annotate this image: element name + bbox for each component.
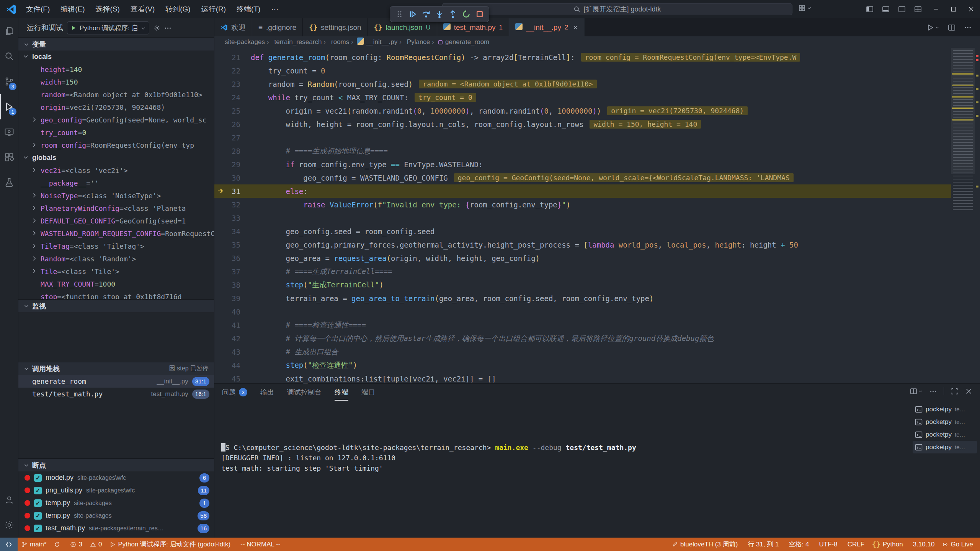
menu-item[interactable]: 转到(G)	[160, 0, 196, 18]
status-item[interactable]: CRLF	[841, 538, 868, 551]
explorer-icon[interactable]	[0, 18, 18, 44]
breakpoint-row[interactable]: ✓ temp.py site-packages 58	[18, 509, 214, 522]
code-line[interactable]: 23 random = Random(room_config.seed) ran…	[214, 77, 951, 91]
terminal-instance[interactable]: pocketpy te…	[913, 416, 977, 428]
code-line[interactable]: 32 raise ValueError(f"Invalid env type: …	[214, 198, 951, 211]
menu-item[interactable]: 终端(T)	[231, 0, 266, 18]
breakpoint-checkbox[interactable]: ✓	[34, 487, 42, 494]
code-line[interactable]: 36 geo_area = request_area(origin, width…	[214, 251, 951, 265]
close-panel-icon[interactable]	[965, 388, 972, 395]
toggle-primary-sidebar-icon[interactable]	[866, 5, 874, 13]
terminal-instance[interactable]: pocketpy te…	[913, 428, 977, 441]
status-item[interactable]: {} Python	[868, 538, 907, 551]
variable-row[interactable]: PlanetaryWindConfig = <class 'Planeta	[18, 202, 214, 215]
breakpoint-row[interactable]: ✓ temp.py site-packages 1	[18, 497, 214, 509]
call-stack-section-header[interactable]: 调用堆栈 因 step 已暂停	[18, 362, 214, 375]
editor-tab[interactable]: {} settings.json	[303, 18, 368, 36]
editor-more-actions-icon[interactable]	[964, 24, 972, 31]
breakpoint-row[interactable]: ✓ test_math.py site-packages\terrain_res…	[18, 522, 214, 535]
code-line[interactable]: 30 geo_config = WASTELAND_GEO_CONFIG geo…	[214, 171, 951, 184]
breakpoint-checkbox[interactable]: ✓	[34, 474, 42, 482]
window-minimize-button[interactable]	[927, 0, 945, 18]
breadcrumb-item[interactable]: __init__.py ›	[357, 37, 402, 47]
customize-layout-icon[interactable]	[914, 5, 922, 13]
code-line[interactable]: 28 # ====生成初始地理信息====	[214, 144, 951, 158]
status-item[interactable]: main*	[18, 538, 50, 551]
status-item[interactable]: UTF-8	[813, 538, 841, 551]
code-line[interactable]: 45 exit_combinations:list[tuple[vec2i, v…	[214, 372, 951, 383]
breadcrumb-item[interactable]: site-packages ›	[223, 38, 269, 46]
breadcrumb-item[interactable]: Pylance ›	[405, 38, 434, 46]
status-item[interactable]: 空格: 4	[783, 538, 813, 551]
variable-row[interactable]: __package__ = ''	[18, 177, 214, 189]
code-line[interactable]: 34 geo_config.seed = room_config.seed	[214, 225, 951, 238]
status-item[interactable]: -- NORMAL --	[234, 538, 284, 551]
panel-tab[interactable]: 问题 3	[222, 384, 247, 401]
panel-more-actions-icon[interactable]	[929, 388, 937, 395]
extensions-icon[interactable]	[0, 145, 18, 170]
code-line[interactable]: 20	[214, 48, 951, 51]
testing-icon[interactable]	[0, 170, 18, 195]
breadcrumb-item[interactable]: generate_room	[438, 38, 489, 46]
split-editor-icon[interactable]	[948, 24, 956, 31]
panel-tab[interactable]: 输出	[260, 384, 274, 401]
run-python-file-icon[interactable]	[926, 24, 939, 31]
variable-row[interactable]: width = 150	[18, 76, 214, 88]
breakpoint-checkbox[interactable]: ✓	[34, 525, 42, 532]
variable-row[interactable]: origin = vec2i(7205730, 9024468)	[18, 101, 214, 114]
toggle-panel-icon[interactable]	[882, 5, 890, 13]
remote-indicator[interactable]	[0, 538, 18, 551]
status-item[interactable]: blueloveTH (3 周前)	[668, 538, 742, 551]
variable-row[interactable]: geo_config = GeoConfig(seed=None, world_…	[18, 114, 214, 126]
code-line[interactable]: 38 step("生成TerrainCell")	[214, 278, 951, 292]
code-line[interactable]: 39 terrain_area = geo_area_to_terrain(ge…	[214, 292, 951, 305]
variable-row[interactable]: random = <Random object at 0x1bf9d01e110…	[18, 88, 214, 101]
code-line[interactable]: 26 width, height = room_config.layout.n_…	[214, 117, 951, 131]
menu-item[interactable]: 编辑(E)	[55, 0, 90, 18]
breakpoint-checkbox[interactable]: ✓	[34, 499, 42, 507]
debug-continue-icon[interactable]	[407, 8, 418, 20]
variable-row[interactable]: Random = <class 'Random'>	[18, 253, 214, 265]
variable-row[interactable]: try_count = 0	[18, 126, 214, 139]
variable-row[interactable]: locals	[18, 51, 214, 63]
debug-restart-icon[interactable]	[461, 8, 472, 20]
status-item[interactable]: Go Live	[938, 538, 977, 551]
status-item[interactable]: 行 31, 列 1	[742, 538, 782, 551]
grid-menu-icon[interactable]	[799, 5, 812, 11]
code-line[interactable]: 25 origin = vec2i(random.randint(0, 1000…	[214, 104, 951, 117]
breakpoint-checkbox[interactable]: ✓	[34, 512, 42, 520]
menu-item[interactable]: 查看(V)	[125, 0, 160, 18]
call-stack-frame[interactable]: test/test_math.py test_math.py 16:1	[18, 388, 214, 400]
maximize-panel-icon[interactable]	[951, 388, 958, 395]
panel-tab[interactable]: 端口	[361, 384, 375, 401]
debug-step-over-icon[interactable]	[421, 8, 431, 20]
close-tab-icon[interactable]	[572, 24, 578, 31]
window-maximize-button[interactable]	[945, 0, 962, 18]
code-line[interactable]: 44 step("检查连通性")	[214, 359, 951, 372]
breadcrumb-item[interactable]: rooms ›	[329, 38, 353, 46]
breadcrumb-item[interactable]: terrain_research ›	[273, 38, 326, 46]
code-line[interactable]: 37 # ====生成TerrainCell====	[214, 265, 951, 278]
code-line[interactable]: 33	[214, 211, 951, 225]
debug-stop-icon[interactable]	[474, 8, 485, 20]
code-line[interactable]: 27	[214, 131, 951, 144]
command-center-search[interactable]: [扩展开发宿主] godot-ldtk	[442, 3, 792, 15]
watch-section-header[interactable]: 监视	[18, 299, 214, 312]
variables-section-header[interactable]: 变量	[18, 37, 214, 51]
source-control-icon[interactable]: 3	[0, 69, 18, 94]
remote-explorer-icon[interactable]	[0, 119, 18, 145]
menu-item[interactable]: ···	[266, 0, 284, 18]
variable-row[interactable]: stop = <function stop at 0x1bf8d716d	[18, 290, 214, 299]
panel-tab[interactable]: 终端	[335, 384, 348, 401]
editor-tab[interactable]: 欢迎	[214, 18, 252, 36]
variable-row[interactable]: TileTag = <class 'TileTag'>	[18, 240, 214, 253]
minimap[interactable]	[951, 48, 975, 383]
toggle-secondary-sidebar-icon[interactable]	[898, 5, 906, 13]
variable-row[interactable]: vec2i = <class 'vec2i'>	[18, 164, 214, 177]
variable-row[interactable]: DEFAULT_GEO_CONFIG = GeoConfig(seed=1	[18, 215, 214, 227]
terminal-output[interactable]: PS C:\computer_science\godot-ldtk\site-p…	[221, 411, 903, 473]
editor-tab[interactable]: ≡ .gdignore	[252, 18, 303, 36]
debug-step-out-icon[interactable]	[448, 8, 458, 20]
code-line[interactable]: 43 # 生成出口组合	[214, 345, 951, 359]
debug-settings-gear-icon[interactable]	[153, 24, 160, 32]
